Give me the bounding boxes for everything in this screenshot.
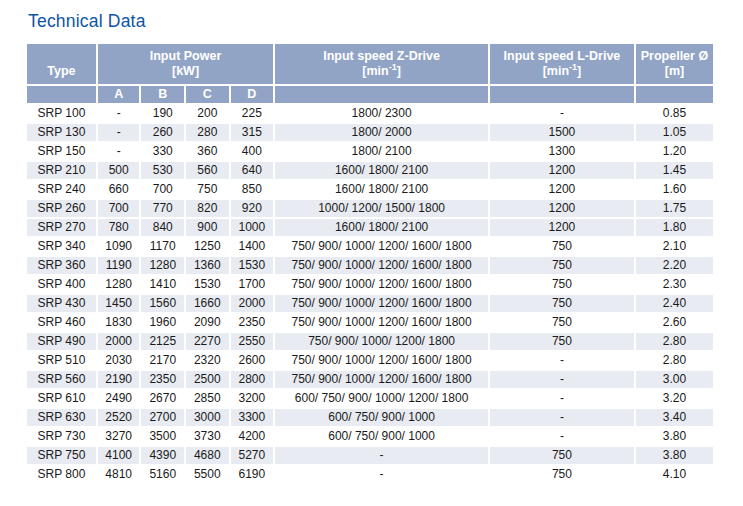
cell-a: 3270	[98, 428, 140, 445]
cell-type: SRP 400	[27, 276, 96, 293]
cell-c: 5500	[186, 466, 229, 483]
header-l-drive-unit: [min-1]	[490, 64, 634, 79]
cell-type: SRP 510	[27, 352, 96, 369]
cell-type: SRP 730	[27, 428, 96, 445]
table-header: Type Input Power [kW] Input speed Z-Driv…	[27, 44, 713, 103]
table-row: SRP 100-1902002251800/ 2300-0.85	[27, 105, 713, 122]
header-row-main: Type Input Power [kW] Input speed Z-Driv…	[27, 44, 713, 84]
table-row: SRP 130-2602803151800/ 200015001.05	[27, 124, 713, 141]
table-row: SRP 27078084090010001600/ 1800/ 21001200…	[27, 219, 713, 236]
cell-type: SRP 800	[27, 466, 96, 483]
cell-prop: 3.80	[636, 428, 713, 445]
cell-d: 2000	[231, 295, 274, 312]
cell-d: 3300	[231, 409, 274, 426]
cell-d: 5270	[231, 447, 274, 464]
header-input-power: Input Power [kW]	[98, 44, 273, 84]
cell-z: 600/ 750/ 900/ 1000	[275, 428, 488, 445]
cell-prop: 1.80	[636, 219, 713, 236]
cell-prop: 2.80	[636, 333, 713, 350]
cell-z: -	[275, 447, 488, 464]
cell-b: 1170	[141, 238, 184, 255]
table-row: SRP 150-3303604001800/ 210013001.20	[27, 143, 713, 160]
table-row: SRP 6102490267028503200600/ 750/ 900/ 10…	[27, 390, 713, 407]
header-type: Type	[27, 44, 96, 84]
cell-d: 4200	[231, 428, 274, 445]
cell-l: 1200	[490, 181, 634, 198]
cell-b: 1560	[141, 295, 184, 312]
header-row-sub: A B C D	[27, 86, 713, 103]
table-row: SRP 4902000212522702550750/ 900/ 1000/ 1…	[27, 333, 713, 350]
cell-l: 750	[490, 314, 634, 331]
cell-c: 2090	[186, 314, 229, 331]
z-drive-unit-pre: [min	[362, 64, 388, 78]
cell-z: 600/ 750/ 900/ 1000/ 1200/ 1800	[275, 390, 488, 407]
subheader-col-b: B	[141, 86, 184, 103]
cell-c: 560	[186, 162, 229, 179]
cell-b: 260	[141, 124, 184, 141]
table-row: SRP 7504100439046805270-7503.80	[27, 447, 713, 464]
cell-b: 2700	[141, 409, 184, 426]
cell-b: 330	[141, 143, 184, 160]
cell-type: SRP 490	[27, 333, 96, 350]
cell-prop: 0.85	[636, 105, 713, 122]
cell-prop: 4.10	[636, 466, 713, 483]
header-z-drive-title: Input speed Z-Drive	[275, 49, 488, 64]
cell-l: 750	[490, 257, 634, 274]
cell-l: 1200	[490, 219, 634, 236]
cell-l: -	[490, 428, 634, 445]
cell-type: SRP 750	[27, 447, 96, 464]
cell-a: 1090	[98, 238, 140, 255]
cell-d: 850	[231, 181, 274, 198]
cell-l: 750	[490, 295, 634, 312]
cell-a: 1280	[98, 276, 140, 293]
table-row: SRP 2105005305606401600/ 1800/ 210012001…	[27, 162, 713, 179]
cell-l: -	[490, 409, 634, 426]
z-drive-unit-sup: -1	[389, 62, 397, 72]
cell-a: 2190	[98, 371, 140, 388]
cell-c: 2850	[186, 390, 229, 407]
cell-type: SRP 340	[27, 238, 96, 255]
cell-z: 750/ 900/ 1000/ 1200/ 1600/ 1800	[275, 257, 488, 274]
cell-a: 2030	[98, 352, 140, 369]
cell-c: 1250	[186, 238, 229, 255]
cell-l: 1500	[490, 124, 634, 141]
cell-d: 2800	[231, 371, 274, 388]
cell-d: 2550	[231, 333, 274, 350]
subheader-col-d: D	[231, 86, 274, 103]
cell-z: -	[275, 466, 488, 483]
header-propeller-unit: [m]	[636, 64, 713, 79]
cell-d: 315	[231, 124, 274, 141]
cell-z: 1600/ 1800/ 2100	[275, 181, 488, 198]
cell-type: SRP 100	[27, 105, 96, 122]
cell-z: 750/ 900/ 1000/ 1200/ 1600/ 1800	[275, 276, 488, 293]
cell-a: 2490	[98, 390, 140, 407]
cell-prop: 2.40	[636, 295, 713, 312]
cell-prop: 2.20	[636, 257, 713, 274]
cell-prop: 3.40	[636, 409, 713, 426]
cell-a: 1450	[98, 295, 140, 312]
header-l-drive-title: Input speed L-Drive	[490, 49, 634, 64]
cell-b: 2350	[141, 371, 184, 388]
cell-prop: 2.80	[636, 352, 713, 369]
cell-d: 400	[231, 143, 274, 160]
header-propeller: Propeller Ø [m]	[636, 44, 713, 84]
cell-a: 660	[98, 181, 140, 198]
cell-z: 750/ 900/ 1000/ 1200/ 1800	[275, 333, 488, 350]
subheader-col-a: A	[98, 86, 140, 103]
cell-z: 1800/ 2100	[275, 143, 488, 160]
cell-prop: 1.20	[636, 143, 713, 160]
cell-prop: 1.45	[636, 162, 713, 179]
cell-type: SRP 260	[27, 200, 96, 217]
cell-d: 225	[231, 105, 274, 122]
cell-a: -	[98, 124, 140, 141]
cell-c: 280	[186, 124, 229, 141]
table-row: SRP 6302520270030003300600/ 750/ 900/ 10…	[27, 409, 713, 426]
cell-prop: 3.80	[636, 447, 713, 464]
cell-l: -	[490, 390, 634, 407]
cell-z: 1600/ 1800/ 2100	[275, 219, 488, 236]
cell-d: 1000	[231, 219, 274, 236]
cell-type: SRP 560	[27, 371, 96, 388]
cell-c: 1530	[186, 276, 229, 293]
cell-type: SRP 150	[27, 143, 96, 160]
cell-b: 1960	[141, 314, 184, 331]
